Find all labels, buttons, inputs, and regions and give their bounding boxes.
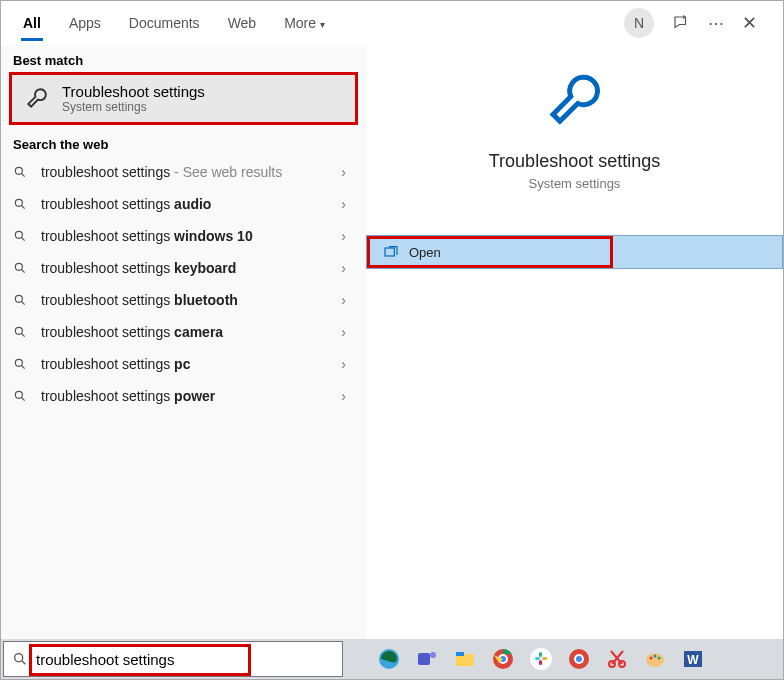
svg-rect-23: [456, 652, 464, 656]
svg-point-14: [15, 391, 22, 398]
svg-point-12: [15, 359, 22, 366]
tab-more[interactable]: More▾: [270, 5, 339, 41]
svg-line-15: [22, 398, 25, 401]
search-icon: [13, 389, 31, 403]
chevron-right-icon[interactable]: ›: [341, 356, 354, 372]
svg-text:W: W: [687, 653, 699, 667]
taskbar-teams-icon[interactable]: [411, 643, 443, 675]
best-match-subtitle: System settings: [62, 100, 205, 114]
wrench-icon: [24, 86, 50, 112]
detail-subtitle: System settings: [529, 176, 621, 191]
svg-point-10: [15, 327, 22, 334]
web-result-row[interactable]: troubleshoot settings camera ›: [1, 316, 366, 348]
svg-point-2: [15, 199, 22, 206]
more-icon[interactable]: ⋯: [708, 14, 724, 33]
svg-line-11: [22, 334, 25, 337]
web-result-row[interactable]: troubleshoot settings windows 10 ›: [1, 220, 366, 252]
svg-rect-30: [539, 652, 542, 657]
taskbar-slack-icon[interactable]: [525, 643, 557, 675]
web-result-row[interactable]: troubleshoot settings bluetooth ›: [1, 284, 366, 316]
chevron-right-icon[interactable]: ›: [341, 196, 354, 212]
search-icon: [13, 325, 31, 339]
svg-line-3: [22, 206, 25, 209]
svg-point-27: [530, 648, 552, 670]
svg-rect-16: [385, 248, 394, 256]
svg-line-7: [22, 270, 25, 273]
chevron-right-icon[interactable]: ›: [341, 292, 354, 308]
svg-rect-29: [542, 657, 547, 660]
taskbar-chrome2-icon[interactable]: [563, 643, 595, 675]
web-result-text: troubleshoot settings pc: [41, 356, 341, 372]
web-result-row[interactable]: troubleshoot settings pc ›: [1, 348, 366, 380]
search-icon: [13, 197, 31, 211]
chevron-right-icon[interactable]: ›: [341, 388, 354, 404]
web-result-text: troubleshoot settings audio: [41, 196, 341, 212]
tab-apps[interactable]: Apps: [55, 5, 115, 41]
web-result-text: troubleshoot settings keyboard: [41, 260, 341, 276]
chevron-right-icon[interactable]: ›: [341, 164, 354, 180]
chevron-right-icon[interactable]: ›: [341, 324, 354, 340]
taskbar-edge-icon[interactable]: [373, 643, 405, 675]
svg-line-18: [22, 661, 25, 664]
web-result-text: troubleshoot settings bluetooth: [41, 292, 341, 308]
svg-line-5: [22, 238, 25, 241]
svg-point-21: [430, 652, 436, 658]
search-icon: [13, 357, 31, 371]
web-result-row[interactable]: troubleshoot settings - See web results …: [1, 156, 366, 188]
svg-point-8: [15, 295, 22, 302]
chevron-right-icon[interactable]: ›: [341, 228, 354, 244]
best-match-header: Best match: [1, 45, 366, 72]
wrench-icon: [542, 69, 608, 135]
search-icon: [12, 651, 28, 667]
search-web-header: Search the web: [1, 129, 366, 156]
search-icon: [13, 261, 31, 275]
taskbar-chrome-icon[interactable]: [487, 643, 519, 675]
svg-point-42: [658, 657, 661, 660]
svg-point-4: [15, 231, 22, 238]
detail-title: Troubleshoot settings: [489, 151, 660, 172]
web-result-text: troubleshoot settings windows 10: [41, 228, 341, 244]
web-result-text: troubleshoot settings power: [41, 388, 341, 404]
search-input[interactable]: [36, 651, 334, 668]
taskbar-explorer-icon[interactable]: [449, 643, 481, 675]
close-icon[interactable]: ✕: [742, 12, 757, 34]
web-result-row[interactable]: troubleshoot settings audio ›: [1, 188, 366, 220]
search-box[interactable]: [3, 641, 343, 677]
svg-line-9: [22, 302, 25, 305]
tab-documents[interactable]: Documents: [115, 5, 214, 41]
open-label: Open: [409, 245, 441, 260]
svg-rect-31: [539, 660, 542, 665]
highlight-box: [367, 236, 613, 268]
web-result-row[interactable]: troubleshoot settings keyboard ›: [1, 252, 366, 284]
taskbar-snip-icon[interactable]: [601, 643, 633, 675]
svg-rect-20: [418, 653, 430, 665]
svg-line-13: [22, 366, 25, 369]
feedback-icon[interactable]: [672, 14, 690, 32]
open-icon: [383, 244, 399, 260]
best-match-title: Troubleshoot settings: [62, 83, 205, 100]
svg-point-40: [650, 657, 653, 660]
taskbar: W: [1, 639, 783, 679]
svg-point-0: [15, 167, 22, 174]
web-result-text: troubleshoot settings - See web results: [41, 164, 341, 180]
tab-web[interactable]: Web: [214, 5, 271, 41]
search-icon: [13, 229, 31, 243]
svg-point-34: [576, 656, 582, 662]
svg-point-41: [654, 655, 657, 658]
svg-point-6: [15, 263, 22, 270]
tab-all[interactable]: All: [9, 5, 55, 41]
web-result-text: troubleshoot settings camera: [41, 324, 341, 340]
svg-point-17: [15, 654, 23, 662]
web-result-row[interactable]: troubleshoot settings power ›: [1, 380, 366, 412]
taskbar-paint-icon[interactable]: [639, 643, 671, 675]
open-button[interactable]: Open: [366, 235, 783, 269]
search-icon: [13, 165, 31, 179]
taskbar-word-icon[interactable]: W: [677, 643, 709, 675]
user-avatar[interactable]: N: [624, 8, 654, 38]
chevron-down-icon: ▾: [320, 19, 325, 30]
search-icon: [13, 293, 31, 307]
svg-rect-28: [535, 657, 540, 660]
best-match-result[interactable]: Troubleshoot settings System settings: [9, 72, 358, 125]
chevron-right-icon[interactable]: ›: [341, 260, 354, 276]
svg-line-1: [22, 174, 25, 177]
